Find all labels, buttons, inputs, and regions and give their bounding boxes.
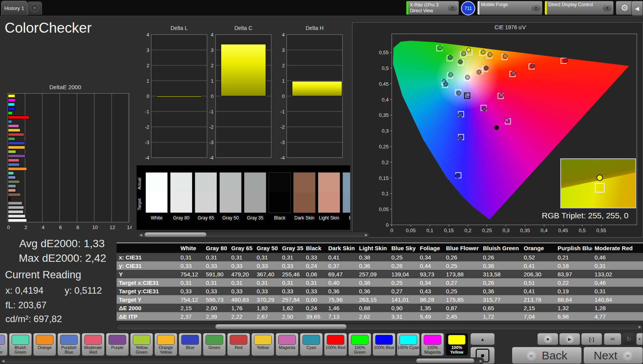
collapse-panel-button[interactable]: ◀ — [631, 1, 643, 16]
table-cell: 2,15 — [178, 304, 204, 312]
pattern-button-magenta[interactable]: Magenta — [276, 333, 299, 356]
pattern-swatch — [12, 335, 29, 345]
column-header: White — [178, 243, 204, 253]
pattern-button-bluish-green[interactable]: Bluish Green — [9, 333, 32, 356]
pattern-label: 100% Yellow — [446, 345, 468, 355]
axis-label: 6 — [59, 224, 62, 230]
axis-label: 8 — [76, 224, 79, 230]
pattern-button-cyan[interactable]: Cyan — [300, 333, 323, 356]
pattern-button-moderate-red[interactable]: Moderate Red — [82, 333, 105, 356]
column-header: Dark Skin — [326, 243, 357, 253]
scrollbar-thumb[interactable] — [215, 324, 347, 329]
record-icon: ● — [638, 337, 640, 341]
pattern-button-100-yellow[interactable]: 100% Yellow — [445, 333, 468, 356]
pattern-window-toggle-button[interactable]: [·] — [581, 333, 602, 345]
pattern-swatch — [181, 335, 199, 345]
pattern-label: Yellow Green — [130, 345, 153, 355]
pattern-button-yellow[interactable]: Yellow — [251, 333, 274, 356]
pattern-row-scrollbar[interactable]: ◀ ▶ — [0, 357, 484, 364]
pattern-button-100-magenta[interactable]: 100% Magenta — [421, 333, 444, 356]
axis-label: 0,2 — [382, 160, 389, 165]
target-swatch — [170, 193, 192, 213]
page-title: ColorChecker — [5, 20, 92, 36]
pattern-button-blue-flower[interactable]: Blue Flower — [0, 333, 8, 356]
pattern-button-orange[interactable]: Orange — [33, 333, 56, 356]
pattern-label: 100% Magenta — [421, 345, 444, 355]
pattern-button-100-green[interactable]: 100% Green — [348, 333, 371, 356]
pattern-button-100-red[interactable]: 100% Red — [324, 333, 347, 356]
swatch-strip-scrollbar[interactable]: ◀ ▶ — [138, 231, 369, 238]
table-cell: 0,36 — [481, 287, 521, 295]
measured-marker — [455, 174, 459, 178]
bar-purple — [8, 155, 25, 158]
target-point-icon — [595, 183, 605, 193]
back-button[interactable]: « Back — [512, 347, 582, 364]
meter-count-badge[interactable]: 711 — [461, 1, 475, 15]
pattern-list-up-button[interactable]: ▲ — [470, 333, 495, 345]
scroll-right-icon[interactable]: ▶ — [478, 358, 484, 364]
table-scrollbar[interactable]: ▶ — [117, 323, 643, 330]
scroll-left-icon[interactable]: ◀ — [138, 232, 144, 238]
scrollbar-thumb[interactable] — [144, 232, 207, 237]
bar-100-green — [8, 111, 12, 115]
meter-device-dropdown[interactable]: X-Rite i1Pro 3 Direct View ▼ — [406, 1, 459, 15]
pattern-button-purplish-blue[interactable]: Purplish Blue — [57, 333, 80, 356]
axis-label: 4 — [211, 32, 214, 38]
axis-label: -2 — [209, 124, 214, 130]
pattern-button-orange-yellow[interactable]: Orange Yellow — [154, 333, 177, 356]
pattern-button-green[interactable]: Green — [203, 333, 226, 356]
delta-lch-charts: Delta L43210-1-2-3-4Delta C43210-1-2-3-4… — [137, 24, 351, 163]
record-button[interactable]: ● — [636, 333, 643, 345]
pattern-button-blue[interactable]: Blue — [179, 333, 202, 356]
table-cell: 1,35 — [418, 304, 444, 312]
swatch-label: White — [145, 215, 168, 221]
stop-button[interactable]: ■ — [537, 333, 558, 345]
next-button[interactable]: Next » — [583, 347, 643, 364]
axis-label: 0,45 — [558, 228, 568, 233]
axis-label: 0,35 — [520, 228, 530, 233]
refresh-button[interactable]: ↻ — [622, 333, 635, 345]
display-control-dropdown[interactable]: Direct Display Control ▼ — [544, 1, 614, 15]
axis-label: 3 — [282, 47, 285, 53]
axis-label: 4 — [42, 224, 44, 230]
table-cell: 1,76 — [229, 304, 254, 312]
pattern-button-red[interactable]: Red — [227, 333, 250, 356]
add-tab-button[interactable]: + — [27, 2, 42, 15]
scroll-right-icon[interactable]: ▶ — [637, 324, 643, 330]
swatch-gray-80: Gray 80 — [170, 172, 193, 221]
table-cell: 596,73 — [204, 295, 229, 304]
column-header: Gray 80 — [204, 243, 229, 253]
axis-label: -4 — [280, 155, 285, 161]
axis-label: 0,3 — [503, 228, 509, 233]
table-cell: 4,77 — [592, 312, 643, 321]
pattern-button-yellow-green[interactable]: Yellow Green — [130, 333, 153, 356]
table-cell: 2,50 — [280, 312, 304, 321]
swatch-black: Black — [268, 172, 291, 221]
source-dropdown[interactable]: Mobile Forge ▼ — [477, 1, 543, 15]
pattern-label: Bluish Green — [9, 345, 32, 355]
table-cell: 0,25 — [444, 287, 481, 295]
measured-marker — [466, 93, 470, 97]
tab-history-1[interactable]: History 1 — [1, 1, 27, 15]
continuous-read-button[interactable]: ∞ — [604, 333, 621, 345]
colorchecker-data-table: WhiteGray 80Gray 65Gray 50Gray 35BlackDa… — [117, 243, 643, 322]
scroll-left-icon[interactable]: ◀ — [0, 358, 6, 364]
table-cell: 0,65 — [481, 304, 521, 312]
scroll-right-icon[interactable]: ▶ — [364, 232, 369, 238]
table-cell: 0,31 — [204, 253, 229, 261]
bar-100-magenta — [8, 99, 15, 102]
pattern-button-purple[interactable]: Purple — [106, 333, 129, 356]
bar-100-yellow — [8, 95, 15, 98]
axis-label: -2 — [145, 124, 149, 130]
pattern-button-100-blue[interactable]: 100% Blue — [372, 333, 396, 356]
pattern-button-100-cyan[interactable]: 100% Cyan — [397, 333, 420, 356]
cdm2-readout: cd/m²: 697,82 — [5, 314, 62, 324]
pattern-label: 100% Red — [324, 345, 347, 350]
measured-marker — [482, 107, 486, 111]
play-button[interactable]: ▶ — [559, 333, 580, 345]
table-cell: 480,83 — [229, 295, 254, 304]
scrollbar-thumb[interactable] — [416, 358, 474, 363]
meter-device-line2: Direct View — [410, 8, 433, 13]
actual-row-label: Actual — [137, 173, 143, 194]
column-header: Bluish Green — [481, 243, 521, 253]
